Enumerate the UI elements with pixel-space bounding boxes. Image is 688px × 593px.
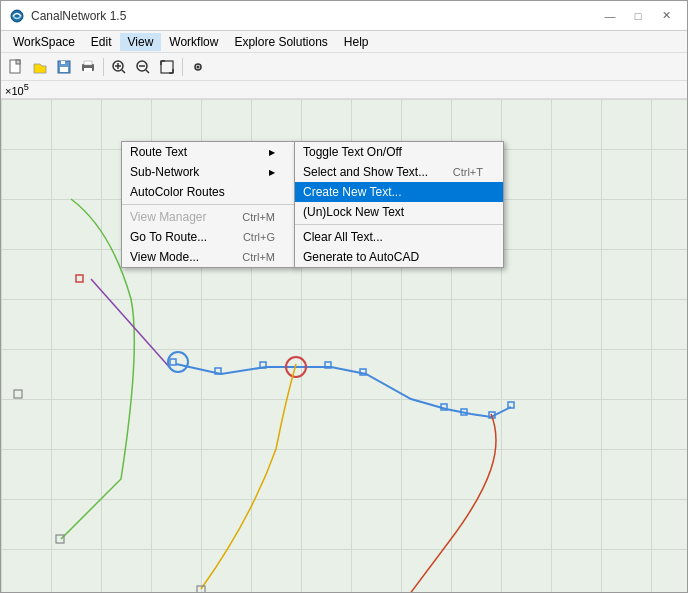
toolbar-print[interactable] (77, 56, 99, 78)
svg-line-10 (122, 70, 125, 73)
toolbar (1, 53, 687, 81)
settings-icon (190, 59, 206, 75)
svg-line-14 (146, 70, 149, 73)
close-button[interactable]: ✕ (653, 6, 679, 26)
submenu-arrow: ▶ (269, 148, 275, 157)
scale-bar: ×105 (1, 81, 687, 99)
svg-rect-4 (61, 61, 65, 64)
toolbar-zoom-in[interactable] (108, 56, 130, 78)
view-dropdown: Route Text ▶ Sub-Network ▶ AutoColor Rou… (121, 141, 296, 268)
menu-toggle-text[interactable]: Toggle Text On/Off (295, 142, 503, 162)
menu-sub-network[interactable]: Sub-Network ▶ (122, 162, 295, 182)
menu-explore[interactable]: Explore Solutions (226, 33, 335, 51)
menu-route-text[interactable]: Route Text ▶ (122, 142, 295, 162)
titlebar-left: CanalNetwork 1.5 (9, 8, 126, 24)
menu-view-manager: View Manager Ctrl+M (122, 207, 295, 227)
svg-rect-16 (161, 61, 173, 73)
toolbar-save[interactable] (53, 56, 75, 78)
toolbar-new[interactable] (5, 56, 27, 78)
svg-rect-7 (84, 61, 92, 65)
toolbar-sep-2 (182, 58, 183, 76)
menu-view[interactable]: View (120, 33, 162, 51)
toolbar-sep-1 (103, 58, 104, 76)
dropdown-sep-1 (122, 204, 295, 205)
toolbar-zoom-out[interactable] (132, 56, 154, 78)
titlebar: CanalNetwork 1.5 — □ ✕ (1, 1, 687, 31)
toolbar-settings[interactable] (187, 56, 209, 78)
menu-workspace[interactable]: WorkSpace (5, 33, 83, 51)
svg-rect-34 (14, 390, 22, 398)
menu-edit[interactable]: Edit (83, 33, 120, 51)
window-title: CanalNetwork 1.5 (31, 9, 126, 23)
svg-point-32 (168, 352, 188, 372)
zoom-in-icon (111, 59, 127, 75)
minimize-button[interactable]: — (597, 6, 623, 26)
menu-unlock[interactable]: (Un)Lock New Text (295, 202, 503, 222)
menu-clear-all[interactable]: Clear All Text... (295, 227, 503, 247)
svg-rect-35 (76, 275, 83, 282)
menu-workflow[interactable]: Workflow (161, 33, 226, 51)
menu-select-show[interactable]: Select and Show Text... Ctrl+T (295, 162, 503, 182)
maximize-button[interactable]: □ (625, 6, 651, 26)
menu-generate[interactable]: Generate to AutoCAD (295, 247, 503, 267)
menu-autocolor[interactable]: AutoColor Routes (122, 182, 295, 202)
zoom-out-icon (135, 59, 151, 75)
save-icon (56, 59, 72, 75)
menu-create-new[interactable]: Create New Text... (295, 182, 503, 202)
svg-point-22 (197, 65, 200, 68)
print-icon (80, 59, 96, 75)
main-window: CanalNetwork 1.5 — □ ✕ WorkSpace Edit Vi… (0, 0, 688, 593)
menu-go-to-route[interactable]: Go To Route... Ctrl+G (122, 227, 295, 247)
canvas-area[interactable]: Route Text ▶ Sub-Network ▶ AutoColor Rou… (1, 99, 687, 592)
svg-rect-2 (16, 60, 20, 64)
new-icon (8, 59, 24, 75)
menu-help[interactable]: Help (336, 33, 377, 51)
menubar: WorkSpace Edit View Workflow Explore Sol… (1, 31, 687, 53)
toolbar-zoom-fit[interactable] (156, 56, 178, 78)
submenu-sep-1 (295, 224, 503, 225)
svg-rect-5 (60, 67, 68, 72)
app-icon (9, 8, 25, 24)
toolbar-open[interactable] (29, 56, 51, 78)
open-icon (32, 59, 48, 75)
svg-rect-8 (84, 68, 92, 72)
submenu-arrow-2: ▶ (269, 168, 275, 177)
scale-label: ×105 (5, 82, 29, 97)
svg-point-0 (11, 10, 23, 22)
window-controls: — □ ✕ (597, 6, 679, 26)
route-text-submenu: Toggle Text On/Off Select and Show Text.… (294, 141, 504, 268)
svg-rect-23 (170, 359, 176, 365)
zoom-fit-icon (159, 59, 175, 75)
menu-view-mode[interactable]: View Mode... Ctrl+M (122, 247, 295, 267)
